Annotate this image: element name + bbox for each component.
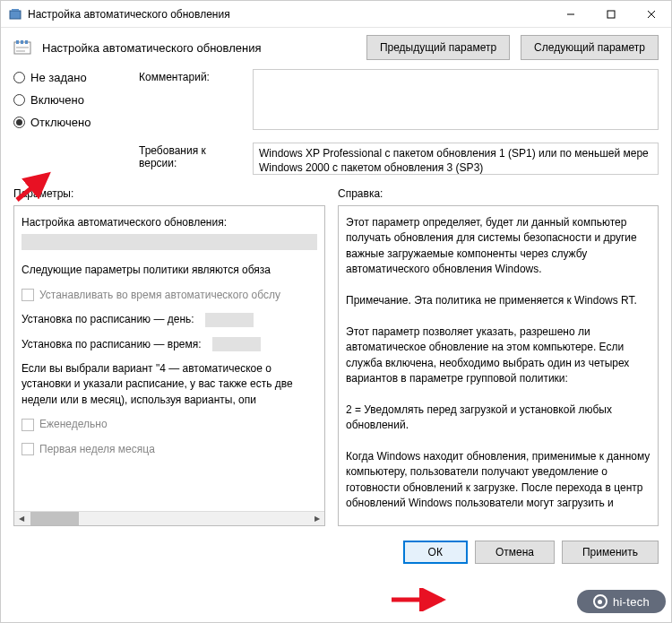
requirements-label: Требования к версии: [139, 143, 242, 169]
checkbox-icon [22, 419, 34, 431]
sched-time-row: Установка по расписанию — время: [22, 337, 317, 352]
sched-day-label: Установка по расписанию — день: [22, 312, 194, 327]
minimize-button[interactable] [550, 1, 590, 27]
radio-icon [13, 72, 25, 83]
help-paragraph: 2 = Уведомлять перед загрузкой и установ… [346, 402, 650, 434]
dropdown-placeholder[interactable] [205, 313, 254, 327]
comment-textbox[interactable] [253, 69, 659, 130]
svg-rect-7 [16, 40, 19, 44]
header: Настройка автоматического обновления Пре… [1, 28, 671, 69]
help-label: Справка: [338, 187, 659, 200]
sched-time-label: Установка по расписанию — время: [22, 337, 202, 352]
cancel-button[interactable]: Отмена [475, 541, 555, 564]
scroll-right-icon[interactable]: ▶ [310, 512, 324, 525]
help-paragraph: Примечание. Эта политика не применяется … [346, 293, 650, 308]
radio-label: Включено [30, 93, 84, 107]
radio-enabled[interactable]: Включено [13, 93, 112, 107]
window-title: Настройка автоматического обновления [28, 8, 550, 21]
checkbox-icon [22, 443, 34, 455]
checkbox-label: Устанавливать во время автоматического о… [39, 288, 280, 303]
radio-label: Не задано [30, 71, 87, 84]
scroll-left-icon[interactable]: ◀ [14, 512, 29, 525]
watermark-icon [593, 594, 607, 609]
policy-icon [13, 39, 31, 56]
sched-day-row: Установка по расписанию — день: [22, 312, 317, 327]
params-label: Параметры: [13, 187, 325, 200]
config-section: Не задано Включено Отключено Комментарий… [1, 69, 671, 184]
panes-header: Параметры: Справка: [1, 184, 671, 205]
settings-app-icon [8, 7, 22, 22]
help-paragraph: Этот параметр позволяет указать, разреше… [346, 324, 650, 387]
svg-rect-3 [607, 11, 615, 18]
apply-button[interactable]: Применить [562, 541, 659, 564]
prev-param-button[interactable]: Предыдущий параметр [366, 35, 510, 60]
weekly-row[interactable]: Еженедельно [22, 417, 317, 432]
requirements-textbox[interactable]: Windows XP Professional с пакетом обновл… [253, 143, 659, 175]
comment-row: Комментарий: [139, 69, 659, 130]
checkbox-label: Еженедельно [39, 417, 108, 432]
requirements-row: Требования к версии: Windows XP Professi… [139, 143, 659, 175]
panes: Настройка автоматического обновления: Сл… [1, 205, 671, 532]
variant4-text: Если вы выбрали вариант "4 — автоматичес… [22, 361, 317, 408]
watermark-text: hi-tech [613, 595, 650, 609]
ok-button[interactable]: ОК [403, 541, 468, 564]
help-paragraph: Когда Windows находит обновления, примен… [346, 449, 650, 512]
window-controls [550, 1, 671, 27]
radio-icon [13, 117, 25, 128]
checkbox-icon [22, 289, 34, 301]
checkbox-label: Первая неделя месяца [39, 442, 155, 457]
first-week-row[interactable]: Первая неделя месяца [22, 442, 317, 457]
close-button[interactable] [631, 1, 671, 27]
radio-icon [13, 94, 25, 106]
page-title: Настройка автоматического обновления [42, 41, 356, 55]
horizontal-scrollbar[interactable]: ◀ ▶ [14, 511, 324, 525]
params-pane: Настройка автоматического обновления: Сл… [13, 205, 325, 526]
param-title: Настройка автоматического обновления: [22, 215, 317, 230]
titlebar: Настройка автоматического обновления [1, 1, 671, 28]
next-param-button[interactable]: Следующий параметр [521, 35, 659, 60]
svg-rect-0 [10, 11, 21, 19]
maximize-button[interactable] [590, 1, 631, 27]
help-pane[interactable]: Этот параметр определяет, будет ли данны… [338, 205, 659, 526]
svg-rect-11 [16, 50, 25, 52]
comment-label: Комментарий: [139, 69, 242, 83]
svg-rect-9 [25, 40, 28, 44]
radio-label: Отключено [30, 116, 90, 129]
svg-rect-1 [12, 9, 19, 11]
svg-rect-8 [21, 40, 23, 44]
radio-group: Не задано Включено Отключено [13, 69, 112, 175]
radio-not-configured[interactable]: Не задано [13, 71, 112, 84]
arrow-annotation-icon [13, 168, 58, 203]
dialog-buttons: ОК Отмена Применить [1, 532, 671, 573]
arrow-annotation-icon [388, 588, 451, 611]
install-maint-row[interactable]: Устанавливать во время автоматического о… [22, 288, 317, 303]
help-paragraph: Этот параметр определяет, будет ли данны… [346, 215, 650, 278]
radio-disabled[interactable]: Отключено [13, 116, 112, 129]
scroll-thumb[interactable] [30, 512, 79, 525]
watermark-badge: hi-tech [577, 590, 666, 613]
svg-rect-10 [16, 47, 29, 48]
dropdown-placeholder[interactable] [22, 234, 317, 250]
dropdown-placeholder[interactable] [212, 337, 261, 351]
fields-col: Комментарий: Требования к версии: Window… [139, 69, 659, 175]
policy-text: Следующие параметры политики являются об… [22, 263, 317, 278]
svg-line-13 [17, 175, 47, 200]
